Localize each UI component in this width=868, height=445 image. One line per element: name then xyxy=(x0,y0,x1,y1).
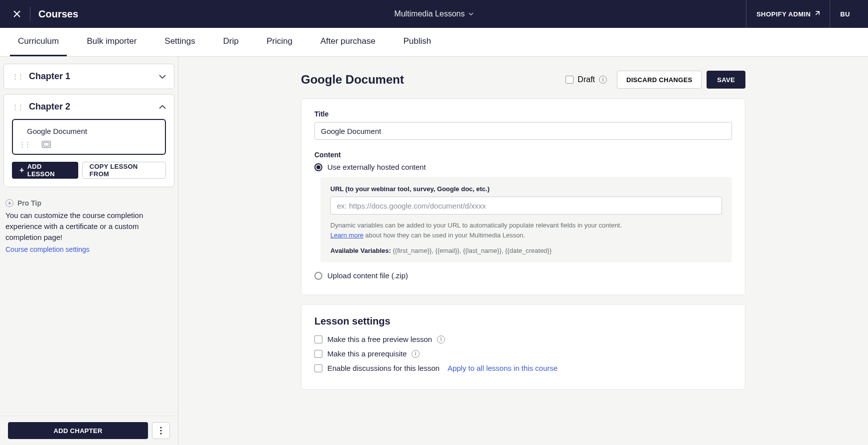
divider xyxy=(30,7,30,21)
discard-button[interactable]: DISCARD CHANGES xyxy=(617,71,702,89)
page-header: Google Document Draft i DISCARD CHANGES … xyxy=(301,71,745,89)
multimedia-icon xyxy=(42,141,51,148)
available-variables: Available Variables: {{first_name}}, {{e… xyxy=(330,247,722,254)
external-url-block: URL (to your webinar tool, survey, Googl… xyxy=(320,177,732,262)
draft-toggle[interactable]: Draft i xyxy=(566,75,607,84)
main-inner: Google Document Draft i DISCARD CHANGES … xyxy=(289,71,757,390)
prerequisite-row[interactable]: Make this a prerequisite i xyxy=(314,349,732,358)
svg-point-0 xyxy=(160,427,161,428)
chapter-2-body: Google Document ⋮⋮ + ADD LESSON COPY LES… xyxy=(4,119,174,187)
info-icon[interactable]: i xyxy=(412,350,420,358)
url-input[interactable] xyxy=(330,197,722,215)
sidebar-scroll[interactable]: ⋮⋮ Chapter 1 ⋮⋮ Chapter 2 Google Documen… xyxy=(0,57,178,416)
radio-external-label: Use externally hosted content xyxy=(327,163,426,171)
drag-handle-icon[interactable]: ⋮⋮ xyxy=(19,140,30,148)
chapter-2-header[interactable]: ⋮⋮ Chapter 2 xyxy=(4,95,174,119)
main-panel[interactable]: Google Document Draft i DISCARD CHANGES … xyxy=(178,57,868,445)
radio-icon xyxy=(314,163,322,171)
chapter-1-header[interactable]: ⋮⋮ Chapter 1 xyxy=(4,64,174,89)
copy-lesson-button[interactable]: COPY LESSON FROM xyxy=(82,162,166,179)
content-label: Content xyxy=(314,151,732,159)
tab-drip[interactable]: Drip xyxy=(215,28,247,56)
pro-tip-label: Pro Tip xyxy=(17,199,41,207)
svg-point-2 xyxy=(160,433,161,434)
lightbulb-icon: ✦ xyxy=(5,199,13,207)
save-button[interactable]: SAVE xyxy=(707,71,745,89)
title-input[interactable] xyxy=(314,122,732,140)
pro-tip-text: You can customize the course completion … xyxy=(5,210,172,242)
chevron-down-icon xyxy=(159,75,166,79)
chapter-2-title: Chapter 2 xyxy=(29,102,159,112)
external-link-icon xyxy=(814,11,820,17)
shopify-admin-label: SHOPIFY ADMIN xyxy=(756,10,811,18)
lesson-switcher[interactable]: Multimedia Lessons xyxy=(394,9,473,18)
topbar: Courses Multimedia Lessons SHOPIFY ADMIN… xyxy=(0,0,868,28)
kebab-icon xyxy=(160,427,162,435)
info-icon[interactable]: i xyxy=(599,76,607,84)
more-menu-button[interactable] xyxy=(152,422,170,439)
radio-external[interactable]: Use externally hosted content xyxy=(314,163,732,171)
shopify-admin-link[interactable]: SHOPIFY ADMIN xyxy=(746,0,830,28)
tab-pricing[interactable]: Pricing xyxy=(259,28,300,56)
apply-all-link[interactable]: Apply to all lessons in this course xyxy=(447,364,558,372)
url-helper: Dynamic variables can be added to your U… xyxy=(330,221,722,240)
radio-upload-label: Upload content file (.zip) xyxy=(327,271,408,280)
plus-icon: + xyxy=(19,166,24,175)
lesson-title: Google Document xyxy=(27,127,159,135)
free-preview-label: Make this a free preview lesson xyxy=(327,335,432,343)
app-title: Courses xyxy=(38,8,78,20)
discussions-checkbox[interactable] xyxy=(314,364,322,372)
chevron-up-icon xyxy=(159,105,166,109)
sidebar-footer: ADD CHAPTER xyxy=(0,416,178,445)
radio-upload[interactable]: Upload content file (.zip) xyxy=(314,271,732,280)
free-preview-checkbox[interactable] xyxy=(314,335,322,343)
pro-tip-header: ✦ Pro Tip xyxy=(5,199,172,207)
content-card: Title Content Use externally hosted cont… xyxy=(301,99,745,295)
drag-handle-icon[interactable]: ⋮⋮ xyxy=(12,103,23,111)
tab-after-purchase[interactable]: After purchase xyxy=(312,28,384,56)
draft-checkbox[interactable] xyxy=(566,76,574,84)
page-title: Google Document xyxy=(301,73,566,87)
pro-tip: ✦ Pro Tip You can customize the course c… xyxy=(3,192,174,254)
svg-point-1 xyxy=(160,430,161,431)
chapter-2: ⋮⋮ Chapter 2 Google Document ⋮⋮ + xyxy=(3,94,174,187)
sidebar: ⋮⋮ Chapter 1 ⋮⋮ Chapter 2 Google Documen… xyxy=(0,57,178,445)
topbar-right: SHOPIFY ADMIN BU xyxy=(746,0,860,28)
chapter-1-title: Chapter 1 xyxy=(29,71,159,82)
prerequisite-checkbox[interactable] xyxy=(314,350,322,358)
course-completion-link[interactable]: Course completion settings xyxy=(5,245,90,253)
topbar-right-extra[interactable]: BU xyxy=(830,0,860,28)
info-icon[interactable]: i xyxy=(437,335,445,343)
url-label: URL (to your webinar tool, survey, Googl… xyxy=(330,185,722,193)
draft-label: Draft xyxy=(578,75,595,84)
radio-icon xyxy=(314,272,322,280)
lesson-settings-heading: Lesson settings xyxy=(314,316,732,327)
free-preview-row[interactable]: Make this a free preview lesson i xyxy=(314,335,732,343)
lesson-settings-card: Lesson settings Make this a free preview… xyxy=(301,304,745,390)
add-chapter-button[interactable]: ADD CHAPTER xyxy=(8,422,148,439)
lesson-name: Multimedia Lessons xyxy=(394,9,464,18)
lesson-meta: ⋮⋮ xyxy=(19,140,159,148)
prerequisite-label: Make this a prerequisite xyxy=(327,349,407,358)
lesson-item[interactable]: Google Document ⋮⋮ xyxy=(12,119,166,155)
content-area: ⋮⋮ Chapter 1 ⋮⋮ Chapter 2 Google Documen… xyxy=(0,57,868,445)
tab-bulk-importer[interactable]: Bulk importer xyxy=(79,28,145,56)
learn-more-link[interactable]: Learn more xyxy=(330,231,363,239)
lesson-actions: + ADD LESSON COPY LESSON FROM xyxy=(12,162,166,179)
tab-publish[interactable]: Publish xyxy=(395,28,439,56)
close-icon[interactable] xyxy=(8,10,26,17)
drag-handle-icon[interactable]: ⋮⋮ xyxy=(12,73,23,80)
discussions-label: Enable discussions for this lesson xyxy=(327,364,439,372)
tabs: Curriculum Bulk importer Settings Drip P… xyxy=(0,28,868,57)
add-lesson-button[interactable]: + ADD LESSON xyxy=(12,162,78,179)
discussions-row[interactable]: Enable discussions for this lesson Apply… xyxy=(314,364,732,372)
title-label: Title xyxy=(314,110,732,118)
tab-curriculum[interactable]: Curriculum xyxy=(10,28,67,56)
caret-down-icon xyxy=(469,12,474,15)
chapter-1: ⋮⋮ Chapter 1 xyxy=(3,64,174,89)
tab-settings[interactable]: Settings xyxy=(156,28,203,56)
